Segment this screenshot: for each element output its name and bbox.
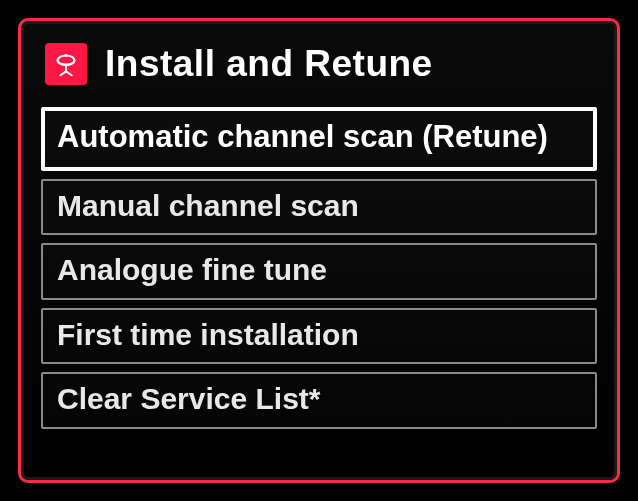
menu-item-label: Automatic channel scan (Retune) (57, 119, 548, 154)
menu-item-first-time-installation[interactable]: First time installation (41, 308, 597, 365)
menu-list: Automatic channel scan (Retune) Manual c… (41, 107, 597, 429)
svg-point-2 (65, 54, 68, 57)
menu-item-label: Analogue fine tune (57, 253, 327, 286)
install-retune-panel: Install and Retune Automatic channel sca… (18, 18, 620, 483)
satellite-dish-icon (45, 43, 87, 85)
menu-item-auto-scan[interactable]: Automatic channel scan (Retune) (41, 107, 597, 171)
menu-item-label: First time installation (57, 318, 359, 351)
menu-item-clear-service-list[interactable]: Clear Service List* (41, 372, 597, 429)
menu-item-label: Clear Service List* (57, 382, 320, 415)
panel-header: Install and Retune (41, 39, 597, 103)
panel-title: Install and Retune (105, 43, 433, 85)
menu-item-label: Manual channel scan (57, 189, 359, 222)
menu-item-analogue-fine-tune[interactable]: Analogue fine tune (41, 243, 597, 300)
menu-item-manual-scan[interactable]: Manual channel scan (41, 179, 597, 236)
